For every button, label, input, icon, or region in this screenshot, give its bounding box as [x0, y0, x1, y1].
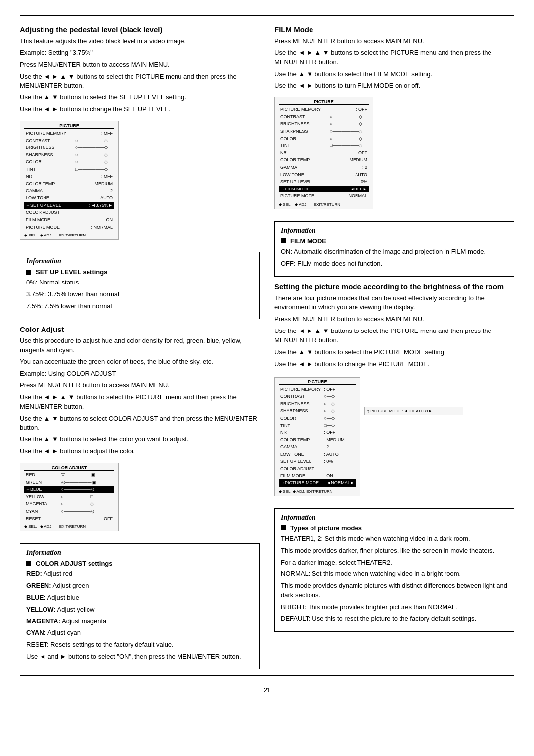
setup-item2: 3.75%: 3.75% lower than normal: [26, 290, 253, 299]
black-square-icon4: [281, 525, 286, 530]
page-number: 21: [20, 686, 514, 694]
color-adjust-example: Example: Using COLOR ADJUST: [20, 369, 260, 378]
color-adjust-menu-table: RED▽——————▣ GREEN◎——————▣ →BLUE○——————◎ …: [24, 472, 114, 522]
pm-info4: NORMAL: Set this mode when watching vide…: [281, 569, 508, 579]
black-square-icon3: [281, 238, 286, 243]
color-adjust-p1: Use this procedure to adjust hue and col…: [20, 336, 260, 355]
info-pm-title: Information: [281, 514, 508, 521]
pm-info7: DEFAULT: Use this to reset the picture t…: [281, 614, 508, 624]
film-mode-menu-table: PICTURE MEMORY: OFF CONTRAST○——————◇ BRI…: [279, 106, 369, 200]
pm-info6: BRIGHT: This mode provides brighter pict…: [281, 603, 508, 612]
color-adjust-step3: Use the ▲ ▼ buttons to select COLOR ADJU…: [20, 414, 260, 433]
color-adjust-p2: You can accentuate the green color of tr…: [20, 357, 260, 367]
film-info-on: ON: Automatic discrimination of the imag…: [281, 247, 508, 257]
pm-info3: For a darker image, select THEATER2.: [281, 558, 508, 567]
picture-mode-title: Setting the picture mode according to th…: [274, 283, 514, 291]
film-info-off: OFF: FILM mode does not function.: [281, 259, 508, 269]
section-picture-mode: Setting the picture mode according to th…: [274, 283, 514, 500]
color-adjust-step4: Use the ▲ ▼ buttons to select the color …: [20, 435, 260, 444]
setup-item1: 0%: Normal status: [26, 278, 253, 287]
info-pm-heading: Types of picture modes: [281, 524, 508, 532]
film-mode-menu-title: PICTURE: [279, 99, 369, 105]
pedestal-menu-table: PICTURE MEMORY: OFF CONTRAST○——————◇ BRI…: [24, 130, 114, 231]
film-step1: Press MENU/ENTER button to access MAIN M…: [274, 37, 514, 46]
pm-step2: Use the ◄ ► ▲ ▼ buttons to select the PI…: [274, 327, 514, 345]
film-step2: Use the ◄ ► ▲ ▼ buttons to select the PI…: [274, 48, 514, 67]
section-color-adjust: Color Adjust Use this procedure to adjus…: [20, 325, 260, 535]
color-adjust-menu-nav: ◆ SEL. ◆ ADJ. EXIT/RETURN: [24, 523, 114, 529]
theater-label-box: ‡ PICTURE MODE : ◄THEATER1►: [364, 407, 463, 415]
ca-item8: Use ◄ and ► buttons to select "ON", then…: [26, 652, 253, 662]
section-pedestal-title: Adjusting the pedestal level (black leve…: [20, 25, 260, 34]
pedestal-menu-nav: ◆ SEL. ◆ ADJ. EXIT/RETURN: [24, 232, 114, 237]
film-step3: Use the ▲ ▼ buttons to select the FILM M…: [274, 70, 514, 79]
pm-info5: This mode provides dynamic pictures with…: [281, 581, 508, 600]
ca-item2: GREEN: Adjust green: [26, 581, 253, 591]
pm-info1: THEATER1, 2: Set this mode when watching…: [281, 534, 508, 544]
ca-item5: MAGENTA: Adjust magenta: [26, 617, 253, 626]
ca-item4: YELLOW: Adjust yellow: [26, 605, 253, 614]
info-box-film-mode: Information FILM MODE ON: Automatic disc…: [274, 221, 514, 277]
pedestal-menu: PICTURE PICTURE MEMORY: OFF CONTRAST○———…: [20, 121, 119, 240]
section-film-mode: FILM Mode Press MENU/ENTER button to acc…: [274, 25, 514, 213]
main-content: Adjusting the pedestal level (black leve…: [20, 25, 514, 675]
color-adjust-step1: Press MENU/ENTER button to access MAIN M…: [20, 381, 260, 390]
info-box-color-adjust: Information COLOR ADJUST settings RED: A…: [20, 543, 260, 669]
film-mode-title: FILM Mode: [274, 25, 514, 34]
info-film-heading: FILM MODE: [281, 237, 508, 245]
film-menu-nav: ◆ SEL. ◆ ADJ. EXIT/RETURN: [279, 201, 369, 207]
pm-info2: This mode provides darker, finer picture…: [281, 546, 508, 556]
bottom-border: [20, 675, 514, 676]
picture-mode-menu1: PICTURE PICTURE MEMORY: OFF CONTRAST○—◇ …: [274, 377, 360, 496]
ca-item6: CYAN: Adjust cyan: [26, 628, 253, 638]
pedestal-step4: Use the ◄ ► buttons to change the SET UP…: [20, 105, 260, 114]
black-square-icon2: [26, 561, 31, 566]
picture-mode-menus: PICTURE PICTURE MEMORY: OFF CONTRAST○—◇ …: [274, 373, 514, 500]
pedestal-step1: Press MENU/ENTER button to access MAIN M…: [20, 60, 260, 70]
section-pedestal: Adjusting the pedestal level (black leve…: [20, 25, 260, 244]
color-adjust-menu: COLOR ADJUST RED▽——————▣ GREEN◎——————▣ →…: [20, 463, 119, 531]
info-box-setup-level: Information SET UP LEVEL settings 0%: No…: [20, 252, 260, 319]
pm-menu1-title: PICTURE: [279, 379, 356, 385]
pm-step3: Use the ▲ ▼ buttons to select the PICTUR…: [274, 348, 514, 357]
left-column: Adjusting the pedestal level (black leve…: [20, 25, 260, 675]
color-adjust-step5: Use the ◄ ► buttons to adjust the color.: [20, 447, 260, 456]
ca-item1: RED: Adjust red: [26, 569, 253, 579]
film-mode-menu: PICTURE PICTURE MEMORY: OFF CONTRAST○———…: [274, 97, 373, 209]
pedestal-example: Example: Setting "3.75%": [20, 48, 260, 58]
info-box-setup-title: Information: [26, 257, 253, 265]
pedestal-step2: Use the ◄ ► ▲ ▼ buttons to select the PI…: [20, 72, 260, 91]
info-box-ca-heading: COLOR ADJUST settings: [26, 560, 253, 567]
pm-step4: Use the ◄ ► buttons to change the PICTUR…: [274, 360, 514, 369]
color-adjust-menu-title: COLOR ADJUST: [24, 465, 114, 471]
pedestal-menu-title: PICTURE: [24, 123, 114, 129]
pm-theater-label: ‡ PICTURE MODE : ◄THEATER1►: [364, 373, 463, 419]
color-adjust-step2: Use the ◄ ► ▲ ▼ buttons to select the PI…: [20, 393, 260, 412]
pedestal-desc: This feature adjusts the video black lev…: [20, 37, 260, 46]
info-box-picture-modes: Information Types of picture modes THEAT…: [274, 508, 514, 632]
film-step4: Use the ◄ ► buttons to turn FILM MODE on…: [274, 81, 514, 91]
info-box-setup-heading: SET UP LEVEL settings: [26, 268, 253, 276]
pm-menu1-nav: ◆ SEL. ◆ ADJ. EXIT/RETURN: [279, 488, 356, 494]
pm-p1: There are four picture modes that can be…: [274, 294, 514, 313]
black-square-icon: [26, 270, 31, 275]
pm-step1: Press MENU/ENTER button to access MAIN M…: [274, 315, 514, 324]
setup-item3: 7.5%: 7.5% lower than normal: [26, 302, 253, 311]
ca-item3: BLUE: Adjust blue: [26, 593, 253, 603]
color-adjust-title: Color Adjust: [20, 325, 260, 333]
ca-item7: RESET: Resets settings to the factory de…: [26, 640, 253, 650]
pedestal-step3: Use the ▲ ▼ buttons to select the SET UP…: [20, 93, 260, 102]
top-border: [20, 15, 514, 16]
right-column: FILM Mode Press MENU/ENTER button to acc…: [274, 25, 514, 675]
pm-menu1-table: PICTURE MEMORY: OFF CONTRAST○—◇ BRIGHTNE…: [279, 386, 356, 487]
info-box-ca-title: Information: [26, 549, 253, 557]
info-film-title: Information: [281, 227, 508, 235]
